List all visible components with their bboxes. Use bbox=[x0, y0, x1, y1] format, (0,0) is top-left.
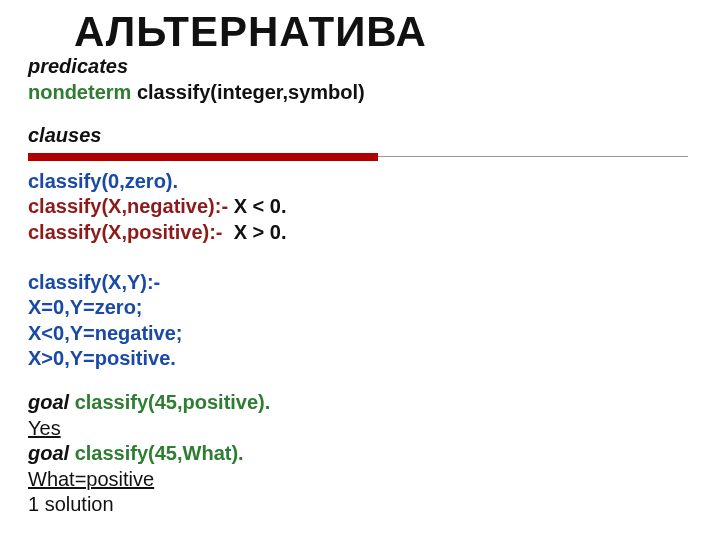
blank bbox=[28, 372, 692, 390]
slide: АЛЬТЕРНАТИВА predicates nondeterm classi… bbox=[0, 0, 720, 540]
result-yes: Yes bbox=[28, 416, 692, 442]
goal-2-body: classify(45,What). bbox=[69, 442, 244, 464]
clause-or-head: classify(X,Y):- bbox=[28, 270, 692, 296]
clause-zero: classify(0,zero). bbox=[28, 169, 692, 195]
clause-or-1: X=0,Y=zero; bbox=[28, 295, 692, 321]
clause-positive: classify(X,positive):- X > 0. bbox=[28, 220, 692, 246]
clause-negative-head: classify(X,negative):- bbox=[28, 195, 228, 217]
kw-goal-2: goal bbox=[28, 442, 69, 464]
page-title: АЛЬТЕРНАТИВА bbox=[74, 10, 692, 54]
decl-classify: nondeterm classify(integer,symbol) bbox=[28, 80, 692, 106]
blank bbox=[28, 105, 692, 123]
goal-1-body: classify(45,positive). bbox=[69, 391, 270, 413]
kw-goal-1: goal bbox=[28, 391, 69, 413]
kw-clauses: clauses bbox=[28, 123, 692, 149]
goal-1: goal classify(45,positive). bbox=[28, 390, 692, 416]
goal-2: goal classify(45,What). bbox=[28, 441, 692, 467]
kw-predicates: predicates bbox=[28, 54, 692, 80]
result-count: 1 solution bbox=[28, 492, 692, 518]
clause-or-3: X>0,Y=positive. bbox=[28, 346, 692, 372]
sig-classify: classify(integer,symbol) bbox=[131, 81, 364, 103]
result-what: What=positive bbox=[28, 467, 692, 493]
clause-or-2: X<0,Y=negative; bbox=[28, 321, 692, 347]
divider bbox=[28, 153, 692, 161]
divider-accent bbox=[28, 153, 378, 161]
clause-positive-body: X > 0. bbox=[223, 221, 287, 243]
blank bbox=[28, 246, 692, 270]
kw-nondeterm: nondeterm bbox=[28, 81, 131, 103]
clause-negative: classify(X,negative):- X < 0. bbox=[28, 194, 692, 220]
clause-positive-head: classify(X,positive):- bbox=[28, 221, 223, 243]
clause-negative-body: X < 0. bbox=[228, 195, 286, 217]
